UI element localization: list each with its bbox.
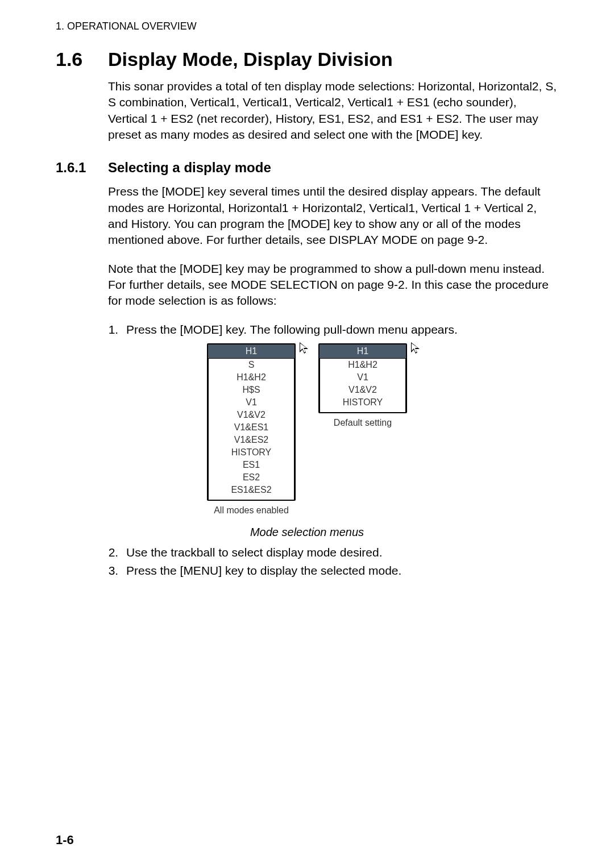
figure-right-column: H1 H1&H2 V1 V1&V2 HISTORY Default settin… bbox=[318, 343, 407, 516]
menu-item: H1&H2 bbox=[320, 359, 406, 371]
page: 1. OPERATIONAL OVERVIEW 1.6 Display Mode… bbox=[0, 0, 614, 868]
left-menu-holder: H1 S H1&H2 H$S V1 V1&V2 V1&ES1 V1&ES2 HI… bbox=[207, 343, 296, 501]
page-header: 1. OPERATIONAL OVERVIEW bbox=[56, 20, 558, 32]
menu-item: V1&ES1 bbox=[208, 421, 294, 434]
figure-right-caption: Default setting bbox=[334, 418, 392, 428]
menu-item: S bbox=[208, 359, 294, 371]
menu-item: V1&ES2 bbox=[208, 434, 294, 446]
menu-item: ES1 bbox=[208, 459, 294, 471]
section-title: Display Mode, Display Division bbox=[108, 48, 393, 70]
figure-left-column: H1 S H1&H2 H$S V1 V1&V2 V1&ES1 V1&ES2 HI… bbox=[207, 343, 296, 516]
subsection-title: Selecting a display mode bbox=[108, 160, 271, 176]
subsection-number: 1.6.1 bbox=[56, 160, 108, 176]
procedure-list-cont: Use the trackball to select display mode… bbox=[108, 545, 558, 579]
procedure-step-1: Press the [MODE] key. The following pull… bbox=[122, 322, 558, 338]
subsection-para-2: Note that the [MODE] key may be programm… bbox=[108, 261, 558, 309]
menu-item: ES1&ES2 bbox=[208, 484, 294, 500]
menu-header: H1 bbox=[320, 344, 406, 359]
right-menu-holder: H1 H1&H2 V1 V1&V2 HISTORY bbox=[318, 343, 407, 413]
cursor-icon bbox=[298, 341, 310, 355]
menu-item: V1&V2 bbox=[320, 384, 406, 396]
section-heading: 1.6 Display Mode, Display Division bbox=[56, 48, 558, 70]
menu-item: V1&V2 bbox=[208, 409, 294, 421]
menu-item: HISTORY bbox=[208, 446, 294, 459]
pulldown-menu-all: H1 S H1&H2 H$S V1 V1&V2 V1&ES1 V1&ES2 HI… bbox=[207, 343, 296, 501]
figure-main-caption: Mode selection menus bbox=[56, 526, 558, 539]
subsection-heading: 1.6.1 Selecting a display mode bbox=[56, 160, 558, 176]
pulldown-menu-default: H1 H1&H2 V1 V1&V2 HISTORY bbox=[318, 343, 407, 413]
page-number: 1-6 bbox=[56, 833, 74, 848]
procedure-step-2: Use the trackball to select display mode… bbox=[122, 545, 558, 560]
procedure-step-3: Press the [MENU] key to display the sele… bbox=[122, 563, 558, 579]
section-intro: This sonar provides a total of ten displ… bbox=[108, 78, 558, 143]
procedure-list: Press the [MODE] key. The following pull… bbox=[108, 322, 558, 338]
figure-left-caption: All modes enabled bbox=[214, 505, 289, 516]
menu-item: ES2 bbox=[208, 471, 294, 484]
menu-header: H1 bbox=[208, 344, 294, 359]
menu-item: V1 bbox=[208, 396, 294, 409]
cursor-icon bbox=[409, 341, 422, 355]
menu-item: HISTORY bbox=[320, 396, 406, 412]
menu-item: H1&H2 bbox=[208, 371, 294, 384]
section-number: 1.6 bbox=[56, 48, 108, 70]
figure-mode-menus: H1 S H1&H2 H$S V1 V1&V2 V1&ES1 V1&ES2 HI… bbox=[56, 343, 558, 516]
menu-item: V1 bbox=[320, 371, 406, 384]
menu-item: H$S bbox=[208, 384, 294, 396]
subsection-para-1: Press the [MODE] key several times until… bbox=[108, 184, 558, 248]
